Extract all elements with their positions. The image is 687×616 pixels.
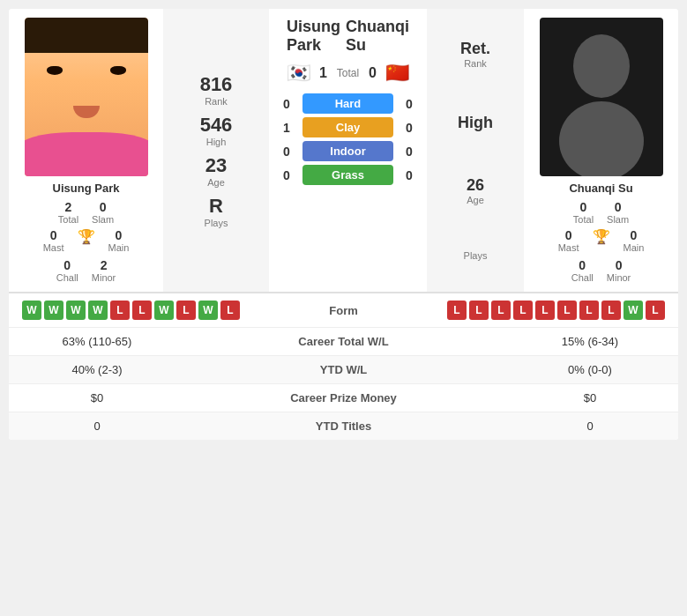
player1-plays-stat: R Plays — [205, 195, 228, 228]
career-wl-right: 15% (6-34) — [519, 335, 661, 348]
stats-row-prize: $0 Career Prize Money $0 — [9, 383, 678, 412]
player1-form: WWWWLLWLWL — [22, 301, 240, 320]
player2-form: LLLLLLLLWL — [447, 301, 665, 320]
form-section: WWWWLLWLWL Form LLLLLLLLWL — [9, 292, 678, 327]
player2-right-stats: Ret. Rank High 26 Age Plays — [427, 9, 524, 292]
player2-flag-score: 0 🇨🇳 — [369, 62, 409, 85]
player-left: Uisung Park 2 Total 0 Slam 0 Mast 🏆 0 — [9, 9, 163, 292]
silhouette — [540, 18, 663, 176]
form-badge: W — [44, 301, 63, 320]
player1-main: 0 Main — [108, 228, 130, 253]
ytd-wl-label: YTD W/L — [168, 363, 519, 376]
player1-trophy-icon: 🏆 — [78, 228, 95, 253]
surface-row-clay: 1 Clay 0 — [278, 117, 418, 137]
form-badge: L — [601, 301, 621, 320]
player2-flag-icon: 🇨🇳 — [385, 62, 409, 85]
player2-minor: 0 Minor — [607, 258, 631, 283]
indoor-badge: Indoor — [302, 141, 393, 161]
form-badge: L — [176, 301, 196, 320]
stats-table: 63% (110-65) Career Total W/L 15% (6-34)… — [9, 327, 678, 440]
player2-photo — [540, 18, 663, 176]
form-badge: L — [513, 301, 533, 320]
form-badge: W — [22, 301, 41, 320]
player1-age-stat: 23 Age — [205, 154, 227, 188]
shirt — [25, 132, 148, 176]
player1-name-center: Uisung Park — [287, 18, 346, 55]
player2-rank-box: Ret. Rank — [460, 40, 490, 69]
grass-score-right: 0 — [400, 168, 418, 182]
player1-high-stat: 546 High — [200, 114, 233, 147]
flag-score-row: 🇰🇷 1 Total 0 🇨🇳 — [269, 62, 427, 85]
player2-stats-row3: 0 Chall 0 Minor — [571, 258, 631, 283]
form-badge: W — [66, 301, 86, 320]
player2-name-center: Chuanqi Su — [346, 18, 409, 55]
prize-label: Career Prize Money — [168, 391, 519, 404]
player2-chall: 0 Chall — [571, 258, 594, 283]
player1-rank-stat: 816 Rank — [200, 73, 233, 107]
svg-point-1 — [559, 101, 644, 176]
players-section: Uisung Park 2 Total 0 Slam 0 Mast 🏆 0 — [9, 9, 678, 292]
player2-stats-row1: 0 Total 0 Slam — [573, 200, 629, 225]
player1-mast: 0 Mast — [43, 228, 64, 253]
player1-slam: 0 Slam — [92, 200, 114, 225]
left-eye — [47, 66, 63, 75]
hard-score-right: 0 — [400, 97, 418, 111]
player2-slam: 0 Slam — [607, 200, 629, 225]
career-wl-left: 63% (110-65) — [26, 335, 168, 348]
clay-score-left: 1 — [278, 121, 295, 135]
ytd-wl-right: 0% (0-0) — [519, 363, 661, 376]
form-label: Form — [329, 304, 358, 317]
mouth — [73, 106, 100, 118]
hard-badge: Hard — [302, 93, 393, 114]
ytd-wl-left: 40% (2-3) — [26, 363, 168, 376]
player-names-row: Uisung Park Chuanqi Su — [269, 18, 427, 55]
player1-chall: 0 Chall — [56, 258, 78, 283]
eyes — [47, 66, 126, 75]
career-wl-label: Career Total W/L — [168, 335, 519, 348]
form-badge: L — [491, 301, 511, 320]
player1-middle-stats: 816 Rank 546 High 23 Age R Plays — [163, 9, 269, 292]
form-badge: L — [220, 301, 240, 320]
titles-right: 0 — [519, 419, 661, 433]
player2-mast: 0 Mast — [558, 228, 579, 253]
player1-stats-row2: 0 Mast 🏆 0 Main — [43, 228, 130, 253]
grass-score-left: 0 — [278, 168, 295, 182]
surface-row-hard: 0 Hard 0 — [278, 93, 418, 114]
hair — [25, 18, 148, 53]
player2-trophy-icon: 🏆 — [593, 228, 610, 253]
player1-flag-icon: 🇰🇷 — [287, 62, 310, 85]
total-label-center: Total — [337, 67, 359, 79]
form-badge: W — [624, 301, 643, 320]
form-badge: L — [469, 301, 489, 320]
player2-main: 0 Main — [624, 228, 645, 253]
grass-badge: Grass — [302, 165, 393, 185]
form-badge: L — [535, 301, 555, 320]
clay-badge: Clay — [302, 117, 393, 137]
form-badge: W — [88, 301, 108, 320]
prize-right: $0 — [519, 391, 661, 404]
player1-stats-row1: 2 Total 0 Slam — [58, 200, 114, 225]
stats-row-titles: 0 YTD Titles 0 — [9, 412, 678, 440]
surface-rows: 0 Hard 0 1 Clay 0 0 Indoor 0 — [269, 93, 427, 185]
player1-minor: 2 Minor — [92, 258, 116, 283]
player1-flag-score: 🇰🇷 1 — [287, 62, 327, 85]
form-badge: W — [154, 301, 174, 320]
form-badge: L — [447, 301, 467, 320]
form-badge: L — [646, 301, 665, 320]
player2-plays-box: Plays — [464, 250, 488, 261]
player2-name: Chuanqi Su — [569, 182, 632, 195]
player2-high-box: High — [458, 114, 493, 132]
surface-row-grass: 0 Grass 0 — [278, 165, 418, 185]
hard-score-left: 0 — [278, 97, 295, 111]
form-badge: L — [132, 301, 152, 320]
titles-label: YTD Titles — [168, 419, 519, 433]
stats-row-ytd-wl: 40% (2-3) YTD W/L 0% (0-0) — [9, 355, 678, 383]
form-badge: L — [110, 301, 130, 320]
form-badge: L — [557, 301, 577, 320]
clay-score-right: 0 — [400, 121, 418, 135]
surface-row-indoor: 0 Indoor 0 — [278, 141, 418, 161]
player1-stats-row3: 0 Chall 2 Minor — [56, 258, 116, 283]
indoor-score-left: 0 — [278, 145, 295, 159]
prize-left: $0 — [26, 391, 168, 404]
center-section: Uisung Park Chuanqi Su 🇰🇷 1 Total 0 🇨🇳 — [269, 9, 427, 292]
